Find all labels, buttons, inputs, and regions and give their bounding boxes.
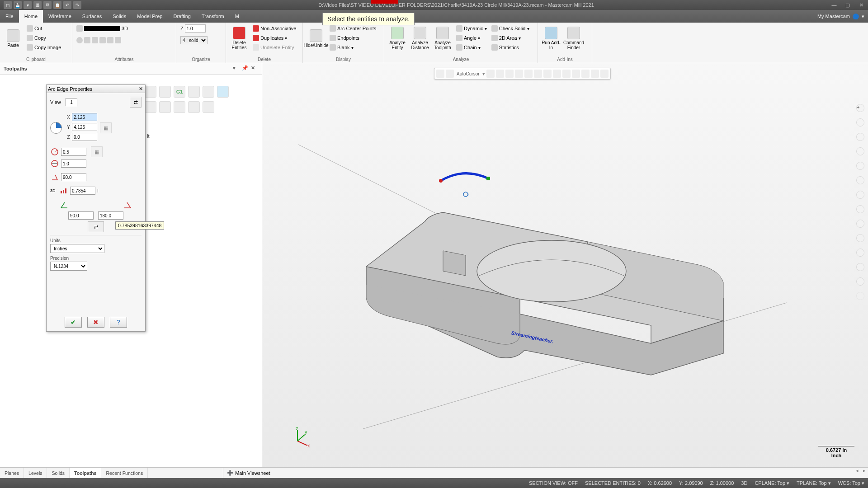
sel-icon[interactable] <box>496 70 504 78</box>
viewsheet-prev[interactable]: ◂ <box>854 468 861 478</box>
viewsheet-next[interactable]: ▸ <box>861 468 868 478</box>
view-number-input[interactable] <box>66 98 77 106</box>
tab-modelprep[interactable]: Model Prep <box>132 10 168 23</box>
rail-icon[interactable] <box>856 191 864 199</box>
user-icon[interactable]: 👤 <box>853 14 859 19</box>
length3d-input[interactable] <box>70 187 95 195</box>
chain-button[interactable]: Chain▾ <box>455 43 488 52</box>
tab-wireframe[interactable]: Wireframe <box>43 10 77 23</box>
attr-icon-6[interactable] <box>115 37 121 43</box>
ok-button[interactable]: ✔ <box>65 317 82 328</box>
model-view[interactable]: Streamingteacher. <box>298 104 787 429</box>
viewsheet-add-icon[interactable]: ➕ <box>227 470 233 476</box>
units-select[interactable]: Inches <box>50 244 104 253</box>
qat-new-icon[interactable]: ◻ <box>4 1 12 9</box>
angle-button[interactable]: Angle▾ <box>455 33 488 42</box>
dialog-close-button[interactable]: ✕ <box>137 86 144 92</box>
panel-pin-icon[interactable]: 📌 <box>242 65 249 72</box>
autocursor-label[interactable]: AutoCursor <box>455 71 481 76</box>
sel-icon[interactable] <box>591 70 599 78</box>
panel-close-icon[interactable]: ✕ <box>251 65 258 72</box>
tab-surfaces[interactable]: Surfaces <box>77 10 107 23</box>
analyze-distance-button[interactable]: Analyze Distance <box>410 24 430 53</box>
tab-planes[interactable]: Planes <box>0 468 24 478</box>
copyimage-button[interactable]: Copy Image <box>25 43 62 52</box>
analyze-entity-button[interactable]: Analyze Entity <box>387 24 408 53</box>
rail-icon[interactable] <box>856 147 864 155</box>
status-mode[interactable]: 3D <box>741 480 747 486</box>
x-input[interactable] <box>72 113 97 121</box>
tab-solids[interactable]: Solids <box>107 10 132 23</box>
qat-paste-icon[interactable]: 📋 <box>53 1 61 9</box>
minimize-button[interactable]: — <box>827 0 841 10</box>
panel-dropdown-icon[interactable]: ▾ <box>233 65 240 72</box>
sel-icon[interactable] <box>553 70 561 78</box>
tab-transform[interactable]: Transform <box>196 10 230 23</box>
sweep-input[interactable] <box>61 173 86 181</box>
tab-toolpaths-bottom[interactable]: Toolpaths <box>70 468 101 478</box>
rail-icon[interactable] <box>856 118 864 127</box>
tp-icon[interactable] <box>145 101 156 113</box>
arccenter-button[interactable]: Arc Center Points <box>328 24 377 33</box>
sel-icon[interactable] <box>562 70 571 78</box>
status-section[interactable]: SECTION VIEW: OFF <box>529 480 578 486</box>
y-input[interactable] <box>72 123 97 131</box>
sel-icon[interactable] <box>446 70 454 78</box>
tp-g1-icon[interactable]: G1 <box>174 86 185 98</box>
rail-icon[interactable] <box>856 220 864 228</box>
rail-icon[interactable] <box>856 263 864 271</box>
checksolid-button[interactable]: Check Solid▾ <box>490 24 531 33</box>
dynamic-button[interactable]: Dynamic▾ <box>455 24 488 33</box>
status-tplane[interactable]: TPLANE: Top ▾ <box>797 480 831 486</box>
qat-open-icon[interactable]: ▾ <box>24 1 32 9</box>
qat-undo-icon[interactable]: ↶ <box>63 1 71 9</box>
qat-redo-icon[interactable]: ↷ <box>73 1 81 9</box>
rail-icon[interactable] <box>856 234 864 242</box>
sel-icon[interactable] <box>581 70 590 78</box>
tab-file[interactable]: File <box>0 10 19 23</box>
diameter-input[interactable] <box>61 160 86 168</box>
cancel-button[interactable]: ✖ <box>87 317 104 328</box>
sel-icon[interactable] <box>436 70 444 78</box>
tp-help-icon[interactable] <box>217 86 229 98</box>
viewsheet-tab[interactable]: Main Viewsheet <box>235 470 270 476</box>
attr-icon-2[interactable] <box>84 37 90 43</box>
rail-icon[interactable] <box>856 277 864 286</box>
duplicates-button[interactable]: Duplicates▾ <box>251 33 297 42</box>
tab-recent-functions[interactable]: Recent Functions <box>101 468 148 478</box>
end-angle-input[interactable] <box>98 211 123 220</box>
radius-input[interactable] <box>61 148 86 156</box>
close-button[interactable]: ✕ <box>854 0 868 10</box>
tab-solids-bottom[interactable]: Solids <box>47 468 70 478</box>
tab-levels[interactable]: Levels <box>24 468 47 478</box>
sel-icon[interactable] <box>505 70 514 78</box>
tp-icon[interactable] <box>188 86 200 98</box>
tp-icon[interactable] <box>203 101 214 113</box>
paste-button[interactable]: Paste <box>3 24 24 53</box>
rail-icon[interactable] <box>856 205 864 213</box>
sel-icon[interactable] <box>543 70 552 78</box>
analyze-toolpath-button[interactable]: Analyze Toolpath <box>432 24 453 53</box>
rail-icon[interactable] <box>856 176 864 184</box>
tp-icon[interactable] <box>159 86 171 98</box>
radius-lock-button[interactable]: ▦ <box>91 146 103 157</box>
run-addin-button[interactable]: Run Add-In <box>541 24 561 53</box>
qat-copy-icon[interactable]: ⧉ <box>43 1 52 9</box>
delete-entities-button[interactable]: Delete Entities <box>229 24 250 53</box>
command-finder-button[interactable]: Command Finder <box>563 24 584 53</box>
pointstyle-icon[interactable] <box>76 25 83 32</box>
sel-icon[interactable] <box>515 70 523 78</box>
xyz-lock-button[interactable]: ▦ <box>100 122 112 133</box>
view-swap-button[interactable]: ⇄ <box>130 97 142 108</box>
level-select[interactable]: 4 : solid <box>180 36 208 44</box>
rail-icon[interactable] <box>856 133 864 141</box>
nonassoc-button[interactable]: Non-Associative <box>251 24 297 33</box>
tp-icon[interactable] <box>188 101 200 113</box>
copy-button[interactable]: Copy <box>25 33 62 42</box>
sel-icon[interactable] <box>572 70 580 78</box>
attr-icon-3[interactable] <box>92 37 98 43</box>
sel-icon[interactable] <box>534 70 542 78</box>
maximize-button[interactable]: ▢ <box>841 0 854 10</box>
tp-icon[interactable] <box>159 101 171 113</box>
qat-print-icon[interactable]: 🖶 <box>33 1 42 9</box>
